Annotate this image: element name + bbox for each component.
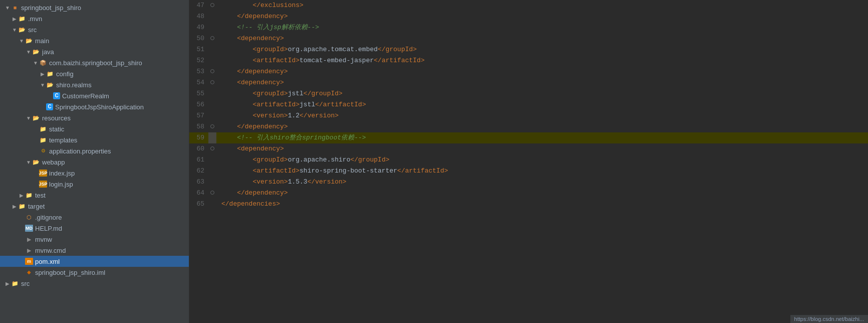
src-label: src [28,26,187,34]
code-editor[interactable]: 47 </exclusions>48 </dependency>49 <!-- … [189,0,868,323]
templates-label: templates [49,136,187,144]
line-number: 63 [189,177,208,188]
static-folder-icon: 📁 [39,125,47,133]
gutter [208,132,216,143]
code-content: <groupId>org.apache.shiro</groupId> [216,154,868,166]
gutter [208,110,216,121]
mvnw-cmd-label: mvnw.cmd [35,247,187,254]
jsp-icon-login: JSP [39,181,47,188]
sidebar-item-webapp[interactable]: ▼ 📂 webapp [0,156,189,168]
sidebar-item-help-md[interactable]: MD HELP.md [0,223,189,234]
sidebar-item-config[interactable]: ▶ 📁 config [0,68,189,79]
cmd-icon: ▶ [25,246,33,254]
line-number: 48 [189,11,208,22]
gitignore-label: .gitignore [35,214,187,221]
gutter-dot [210,124,214,128]
static-label: static [49,125,187,133]
sidebar-item-app-props[interactable]: ⚙ application.properties [0,145,189,156]
sidebar-item-static[interactable]: 📁 static [0,123,189,134]
xml-icon: m [25,258,33,265]
code-line-47: 47 </exclusions> [189,0,868,11]
gutter [208,55,216,66]
sidebar-item-springboot-app[interactable]: C SpringbootJspShiroApplication [0,101,189,112]
code-content: <groupId>org.apache.tomcat.embed</groupI… [216,44,868,55]
sidebar-item-src[interactable]: ▼ 📂 src [0,24,189,35]
code-content: </exclusions> [216,0,868,11]
sidebar-item-test[interactable]: ▶ 📁 test [0,190,189,201]
code-content: <artifactId>shiro-spring-boot-starter</a… [216,166,868,177]
code-content: <dependency> [216,77,868,88]
sidebar-item-java[interactable]: ▼ 📂 java [0,46,189,57]
sidebar-item-target[interactable]: ▶ 📁 target [0,201,189,212]
sidebar-item-templates[interactable]: 📁 templates [0,134,189,145]
sidebar-item-mvn[interactable]: ▶ 📁 .mvn [0,13,189,24]
package-icon: 📦 [39,59,47,67]
src-arrow: ▼ [11,27,18,33]
index-jsp-label: index.jsp [49,170,187,177]
gutter [208,0,216,11]
tree-root[interactable]: ▼ ■ springboot_jsp_shiro [0,2,189,13]
code-content: <!-- 引入shiro整合springboot依赖--> [216,132,868,143]
folder-icon: 📁 [18,15,26,23]
status-bar: https://blog.csdn.net/baizhi... [790,315,868,323]
line-number: 56 [189,99,208,110]
gutter-dot [210,69,214,73]
login-jsp-label: login.jsp [49,181,187,188]
code-content: <!-- 引入jsp解析依赖--> [216,22,868,33]
code-content: <dependency> [216,143,868,154]
sidebar-item-index-jsp[interactable]: JSP index.jsp [0,168,189,179]
sidebar-item-main[interactable]: ▼ 📂 main [0,35,189,46]
webapp-label: webapp [42,158,187,166]
line-number: 59 [189,132,208,143]
sidebar-item-iml[interactable]: ◆ springboot_jsp_shiro.iml [0,267,189,278]
gutter [208,121,216,132]
config-folder-icon: 📁 [46,70,54,78]
sidebar-item-gitignore[interactable]: ⬡ .gitignore [0,212,189,223]
class-c-icon: C [53,92,60,99]
code-line-57: 57 <version>1.2</version> [189,110,868,121]
sidebar-item-shiro-realms[interactable]: ▼ 📂 shiro.realms [0,79,189,90]
code-line-52: 52 <artifactId>tomcat-embed-jasper</arti… [189,55,868,66]
git-icon: ⬡ [25,213,33,221]
code-content: <dependency> [216,33,868,44]
line-number: 61 [189,154,208,166]
project-icon: ■ [11,4,19,12]
sidebar-item-resources[interactable]: ▼ 📂 resources [0,112,189,123]
java-label: java [42,48,187,56]
src-folder-icon: 📂 [18,26,26,34]
line-number: 51 [189,44,208,55]
java-folder-icon: 📂 [32,48,40,56]
line-number: 58 [189,121,208,132]
src2-label: src [21,280,187,287]
code-line-49: 49 <!-- 引入jsp解析依赖--> [189,22,868,33]
code-content: </dependency> [216,121,868,132]
code-line-61: 61 <groupId>org.apache.shiro</groupId> [189,154,868,166]
app-props-label: application.properties [49,147,187,155]
code-line-48: 48 </dependency> [189,11,868,22]
file-tree[interactable]: ▼ ■ springboot_jsp_shiro ▶ 📁 .mvn ▼ 📂 sr… [0,0,189,323]
gutter [208,33,216,44]
sidebar-item-customer-realm[interactable]: C CustomerRealm [0,90,189,101]
sidebar-item-package[interactable]: ▼ 📦 com.baizhi.springboot_jsp_shiro [0,57,189,68]
resources-label: resources [42,114,187,122]
code-line-56: 56 <artifactId>jstl</artifactId> [189,99,868,110]
shiro-realms-label: shiro.realms [56,81,187,89]
code-line-63: 63 <version>1.5.3</version> [189,177,868,188]
sidebar-item-pom-xml[interactable]: m pom.xml [0,256,189,267]
sidebar-item-mvnw-cmd[interactable]: ▶ mvnw.cmd [0,245,189,256]
shiro-arrow: ▼ [39,82,46,88]
code-line-59: 59 <!-- 引入shiro整合springboot依赖--> [189,132,868,143]
sidebar-item-src2[interactable]: ▶ 📁 src [0,278,189,289]
code-content: <version>1.2</version> [216,110,868,121]
line-number: 65 [189,199,208,210]
sidebar-item-mvnw[interactable]: ▶ mvnw [0,234,189,245]
code-content: <version>1.5.3</version> [216,177,868,188]
config-arrow: ▶ [39,71,46,77]
mvn-arrow: ▶ [11,16,18,22]
gutter [208,11,216,22]
root-label: springboot_jsp_shiro [21,4,187,12]
line-number: 54 [189,77,208,88]
main-arrow: ▼ [18,38,25,44]
main-label: main [35,37,187,45]
sidebar-item-login-jsp[interactable]: JSP login.jsp [0,179,189,190]
